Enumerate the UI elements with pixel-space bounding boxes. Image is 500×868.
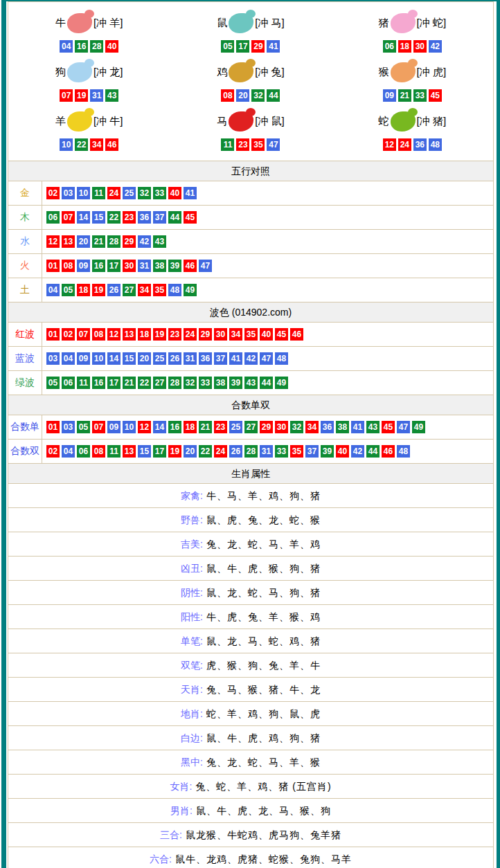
zodiac-cell-6: 羊[冲 牛]10223446 [8,105,170,154]
number-ball-38: 38 [153,260,166,272]
number-ball-10: 10 [77,187,90,199]
ox-icon [67,13,92,33]
number-ball-18: 18 [138,328,151,341]
attribute-value: 鼠牛、龙鸡、虎猪、蛇猴、兔狗、马羊 [175,853,352,865]
attribute-value: 鼠、虎、兔、龙、蛇、猴 [206,514,321,525]
number-ball-22: 22 [138,377,151,389]
number-ball-24: 24 [398,138,411,151]
zodiac-animal-label: 狗 [55,66,66,79]
number-ball-43: 43 [105,89,118,102]
attribute-value: 虎、猴、狗、兔、羊、牛 [206,660,321,671]
number-ball-17: 17 [107,377,120,389]
number-ball-28: 28 [244,445,258,458]
number-ball-19: 19 [75,89,88,102]
number-ball-05: 05 [62,284,75,296]
attribute-label: 白边: [181,732,203,743]
number-ball-13: 13 [123,445,136,458]
number-ball-17: 17 [236,40,249,53]
shengxiao-rows: 家禽:牛、马、羊、鸡、狗、猪野兽:鼠、虎、兔、龙、蛇、猴吉美:兔、龙、蛇、马、羊… [8,483,493,868]
number-ball-09: 09 [383,89,396,102]
number-ball-41: 41 [267,40,280,53]
number-ball-49: 49 [275,377,288,389]
zodiac-numbers: 09213345 [332,89,493,102]
number-ball-32: 32 [138,187,151,199]
number-ball-11: 11 [221,138,234,151]
attribute-value: 鼠龙猴、牛蛇鸡、虎马狗、兔羊猪 [186,829,341,840]
number-ball-29: 29 [260,421,273,433]
number-ball-07: 07 [62,211,75,224]
number-ball-27: 27 [244,421,258,433]
attribute-row-黑中: 黑中:兔、龙、蛇、马、羊、猴 [8,750,493,774]
number-ball-12: 12 [107,328,120,341]
wuxing-label: 火 [8,254,42,278]
number-ball-05: 05 [46,377,60,389]
zodiac-title: 鼠[冲 马] [170,8,331,38]
number-ball-20: 20 [184,445,197,458]
section-header-heshu: 合数单双 [8,395,493,415]
number-ball-47: 47 [260,352,273,365]
heshu-rows: 合数单0103050709101214161821232527293032343… [8,415,493,463]
number-ball-37: 37 [214,352,227,365]
wuxing-row-金: 金02031011242532334041 [8,181,493,205]
bose-label: 绿波 [8,371,42,395]
number-ball-10: 10 [123,421,136,433]
zodiac-title: 狗[冲 龙] [8,57,170,87]
wuxing-row-火: 火0108091617303138394647 [8,253,493,278]
attribute-label: 野兽: [181,514,203,525]
number-ball-19: 19 [153,328,166,341]
number-ball-24: 24 [214,445,227,458]
number-ball-35: 35 [290,445,303,458]
zodiac-clash-label: [冲 牛] [93,115,123,128]
number-ball-17: 17 [153,445,166,458]
number-ball-23: 23 [214,421,227,433]
attribute-row-家禽: 家禽:牛、马、羊、鸡、狗、猪 [8,483,493,507]
number-ball-23: 23 [168,328,181,341]
number-ball-21: 21 [199,421,212,433]
bose-row-绿波: 绿波05061116172122272832333839434449 [8,370,493,395]
wuxing-numbers: 0108091617303138394647 [42,254,216,278]
number-ball-44: 44 [260,377,273,389]
number-ball-15: 15 [92,211,105,224]
number-ball-48: 48 [275,352,288,365]
attribute-label: 六合: [150,853,172,865]
number-ball-13: 13 [123,328,136,341]
number-ball-13: 13 [62,235,75,248]
heshu-row-合数单: 合数单0103050709101214161821232527293032343… [8,415,493,439]
attribute-value: 牛、虎、兔、羊、猴、鸡 [206,611,321,622]
number-ball-04: 04 [62,352,75,365]
section-header-shengxiao: 生肖属性 [8,463,493,483]
number-ball-33: 33 [153,187,166,199]
attribute-row-男肖: 男肖:鼠、牛、虎、龙、马、猴、狗 [8,798,493,822]
pig-icon [391,13,416,33]
number-ball-39: 39 [229,377,242,389]
wuxing-label: 木 [8,206,42,229]
number-ball-30: 30 [275,421,288,433]
number-ball-34: 34 [138,284,151,296]
number-ball-29: 29 [123,235,136,248]
number-ball-07: 07 [60,89,73,102]
wuxing-numbers: 04051819262734354849 [42,278,201,302]
number-ball-45: 45 [429,89,442,102]
zodiac-title: 羊[冲 牛] [8,106,170,136]
number-ball-43: 43 [244,377,258,389]
number-ball-28: 28 [168,377,181,389]
rat-icon [229,13,253,33]
zodiac-clash-label: [冲 猪] [417,115,447,128]
number-ball-03: 03 [62,187,75,199]
number-ball-44: 44 [168,211,181,224]
number-ball-04: 04 [62,445,75,458]
wuxing-numbers: 1213202128294243 [42,230,170,253]
number-ball-18: 18 [77,284,90,296]
number-ball-15: 15 [138,445,151,458]
number-ball-23: 23 [123,211,136,224]
number-ball-40: 40 [336,445,349,458]
number-ball-45: 45 [382,421,395,433]
zodiac-clash-label: [冲 羊] [93,17,123,30]
number-ball-46: 46 [290,328,303,341]
attribute-value: 鼠、龙、蛇、马、狗、猪 [206,587,321,598]
attribute-label: 家禽: [181,490,203,501]
number-ball-23: 23 [236,138,249,151]
number-ball-24: 24 [107,187,120,199]
attribute-value: 鼠、牛、虎、龙、马、猴、狗 [196,805,331,816]
number-ball-34: 34 [305,421,319,433]
